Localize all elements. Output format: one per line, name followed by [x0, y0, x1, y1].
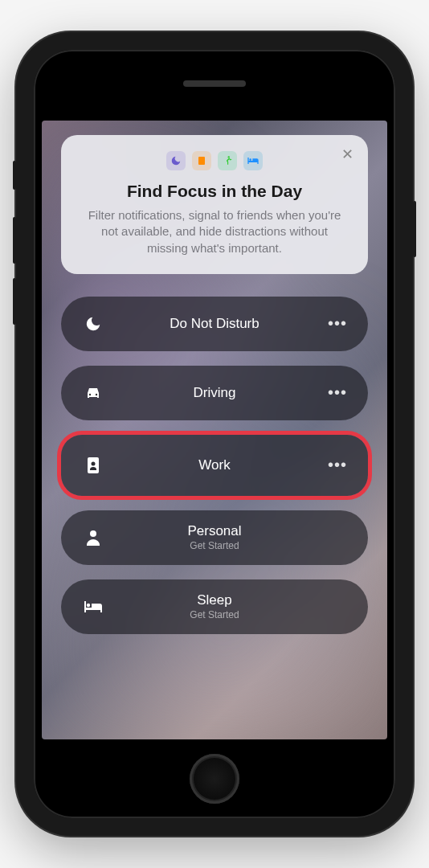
focus-sublabel: Get Started — [190, 540, 239, 551]
focus-label: Sleep — [197, 592, 231, 608]
focus-item-do-not-disturb[interactable]: Do Not Disturb ••• — [61, 297, 368, 351]
focus-item-work[interactable]: Work ••• — [61, 435, 368, 496]
bed-icon — [243, 151, 263, 170]
svg-point-3 — [89, 394, 91, 395]
running-icon — [218, 151, 237, 170]
svg-point-8 — [87, 604, 90, 607]
svg-point-1 — [228, 156, 230, 158]
more-icon[interactable]: ••• — [325, 314, 347, 333]
focus-panel: ✕ Fi — [42, 121, 387, 739]
svg-point-7 — [90, 530, 96, 537]
svg-point-4 — [96, 394, 97, 395]
phone-frame: ✕ Fi — [16, 32, 413, 836]
badge-icon — [82, 456, 104, 475]
svg-rect-0 — [198, 157, 205, 165]
focus-item-sleep[interactable]: Sleep Get Started — [61, 579, 368, 634]
focus-list: Do Not Disturb ••• Driving ••• — [61, 297, 368, 634]
volume-up — [13, 217, 16, 264]
focus-item-driving[interactable]: Driving ••• — [61, 366, 368, 420]
power-button — [413, 201, 416, 257]
focus-info-icons — [80, 151, 349, 170]
car-icon — [82, 385, 104, 401]
focus-text: Sleep Get Started — [104, 592, 325, 620]
phone-bezel: ✕ Fi — [34, 50, 395, 818]
focus-label: Work — [198, 457, 230, 473]
svg-point-6 — [92, 461, 96, 465]
focus-sublabel: Get Started — [190, 609, 239, 620]
moon-icon — [166, 151, 186, 170]
moon-icon — [82, 315, 104, 333]
focus-item-personal[interactable]: Personal Get Started — [61, 510, 368, 565]
more-icon[interactable]: ••• — [325, 383, 347, 402]
info-card-subtitle: Filter notifications, signal to friends … — [80, 207, 349, 256]
focus-label: Personal — [187, 523, 241, 539]
speaker-grille — [183, 80, 246, 87]
focus-label: Driving — [194, 385, 236, 401]
info-card-title: Find Focus in the Day — [80, 182, 349, 201]
focus-label: Do Not Disturb — [170, 316, 259, 332]
person-icon — [82, 529, 104, 547]
svg-point-2 — [249, 158, 251, 161]
close-icon[interactable]: ✕ — [339, 146, 355, 162]
focus-text: Work — [104, 457, 325, 473]
screen: ✕ Fi — [42, 121, 387, 739]
mute-switch — [13, 161, 16, 190]
focus-text: Personal Get Started — [104, 523, 325, 551]
bed-icon — [82, 600, 104, 614]
home-button[interactable] — [190, 754, 239, 804]
focus-info-card: ✕ Fi — [61, 135, 368, 274]
focus-text: Do Not Disturb — [104, 316, 325, 332]
volume-down — [13, 278, 16, 325]
more-icon[interactable]: ••• — [325, 456, 347, 474]
book-icon — [192, 151, 211, 170]
focus-text: Driving — [104, 385, 325, 401]
